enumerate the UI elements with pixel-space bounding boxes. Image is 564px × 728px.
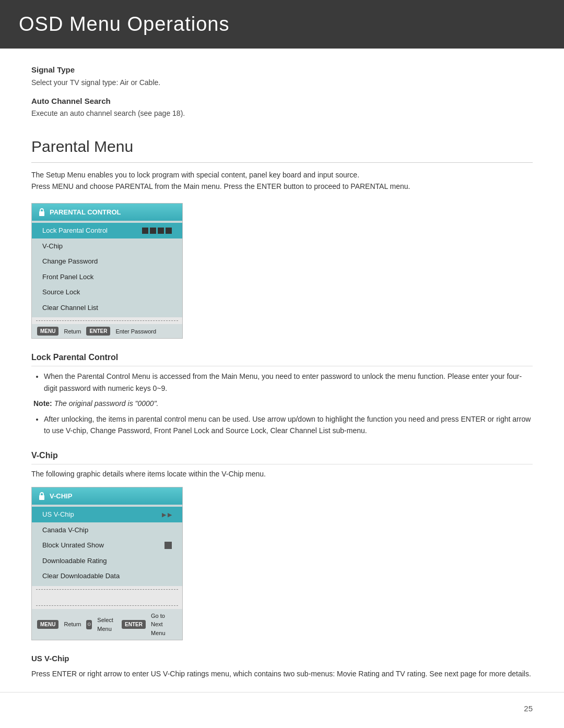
password-squares [142, 228, 172, 234]
vchip-next-label: Go to Next Menu [151, 612, 177, 638]
lock-parental-heading: Lock Parental Control [31, 351, 533, 366]
osd-item-canada-vchip: Canada V-Chip [32, 522, 182, 538]
vchip-osd-divider-2 [36, 605, 178, 606]
auto-channel-title: Auto Channel Search [31, 96, 533, 108]
vchip-osd-title: V-CHIP [32, 487, 182, 505]
svg-rect-1 [39, 495, 44, 500]
vchip-desc: The following graphic details where item… [31, 469, 533, 480]
lock-icon [38, 208, 45, 217]
osd-item-change-password: Change Password [32, 254, 182, 269]
vchip-osd-menu: US V-Chip ▶ ▶ Canada V-Chip Block Unrate… [32, 505, 182, 586]
osd-item-vchip: V-Chip [32, 238, 182, 254]
parental-intro: The Setup Menu enables you to lock progr… [31, 169, 533, 193]
us-vchip-text: Press ENTER or right arrow to enter US V… [31, 668, 533, 679]
enter-password-label: Enter Password [115, 327, 156, 336]
osd-item-clear-downloadable: Clear Downloadable Data [32, 568, 182, 584]
enter-button-label: ENTER [86, 327, 110, 336]
page-number: 25 [0, 692, 564, 725]
vchip-section: V-Chip The following graphic details whe… [31, 449, 533, 679]
osd-item-lock-parental: Lock Parental Control [32, 223, 182, 238]
auto-channel-desc: Execute an auto channel search (see page… [31, 108, 533, 119]
vchip-osd-divider [36, 589, 178, 590]
parental-osd-title: PARENTAL CONTROL [32, 204, 182, 221]
signal-type-title: Signal Type [31, 64, 533, 76]
vchip-select-label: Select Menu [97, 616, 116, 633]
lock-parental-bullets: When the Parental Control Menu is access… [31, 371, 533, 394]
signal-type-desc: Select your TV signal type: Air or Cable… [31, 77, 533, 88]
vchip-return-label: Return [64, 620, 81, 629]
vchip-menu-button: MENU [37, 620, 58, 629]
lock-parental-bullets-2: After unlocking, the items in parental c… [31, 413, 533, 437]
osd-item-clear-channel: Clear Channel List [32, 300, 182, 316]
vchip-lock-icon [38, 492, 45, 500]
vchip-osd-footer: MENU Return ⊙ Select Menu ENTER Go to Ne… [32, 609, 182, 640]
note-text: Note: The original password is "0000". [31, 398, 533, 409]
bullet-item-1: When the Parental Control Menu is access… [44, 371, 533, 394]
parental-section: Parental Menu The Setup Menu enables you… [31, 135, 533, 679]
parental-heading: Parental Menu [31, 135, 533, 163]
svg-rect-0 [39, 211, 44, 216]
signal-type-item: Signal Type Select your TV signal type: … [31, 64, 533, 88]
vchip-enter-button: ENTER [122, 620, 146, 629]
us-vchip-subsection: US V-Chip Press ENTER or right arrow to … [31, 653, 533, 679]
vchip-heading: V-Chip [31, 449, 533, 464]
osd-item-downloadable-rating: Downloadable Rating [32, 553, 182, 569]
auto-channel-item: Auto Channel Search Execute an auto chan… [31, 96, 533, 120]
osd-item-front-panel-lock: Front Panel Lock [32, 269, 182, 285]
page-header: OSD Menu Operations [0, 0, 564, 49]
arrow-icon: ▶ ▶ [162, 510, 172, 519]
lock-parental-subsection: Lock Parental Control When the Parental … [31, 351, 533, 437]
osd-spacer [32, 593, 182, 602]
parental-osd-menu: Lock Parental Control V-Chip Change Pass… [32, 221, 182, 317]
osd-divider [36, 320, 178, 321]
page-title: OSD Menu Operations [19, 9, 545, 39]
parental-osd-footer: MENU Return ENTER Enter Password [32, 324, 182, 338]
return-label: Return [64, 327, 81, 336]
us-vchip-heading: US V-Chip [31, 653, 533, 665]
osd-item-block-unrated: Block Unrated Show [32, 538, 182, 553]
section-items: Signal Type Select your TV signal type: … [31, 64, 533, 119]
osd-item-us-vchip: US V-Chip ▶ ▶ [32, 507, 182, 522]
parental-osd-box: PARENTAL CONTROL Lock Parental Control V… [31, 203, 183, 339]
menu-button-label: MENU [37, 327, 58, 336]
bullet-item-2: After unlocking, the items in parental c… [44, 413, 533, 437]
block-square-icon [164, 542, 172, 549]
vchip-osd-box: V-CHIP US V-Chip ▶ ▶ Canada V-Chip Block… [31, 487, 183, 641]
osd-item-source-lock: Source Lock [32, 284, 182, 300]
select-icon: ⊙ [86, 620, 92, 629]
